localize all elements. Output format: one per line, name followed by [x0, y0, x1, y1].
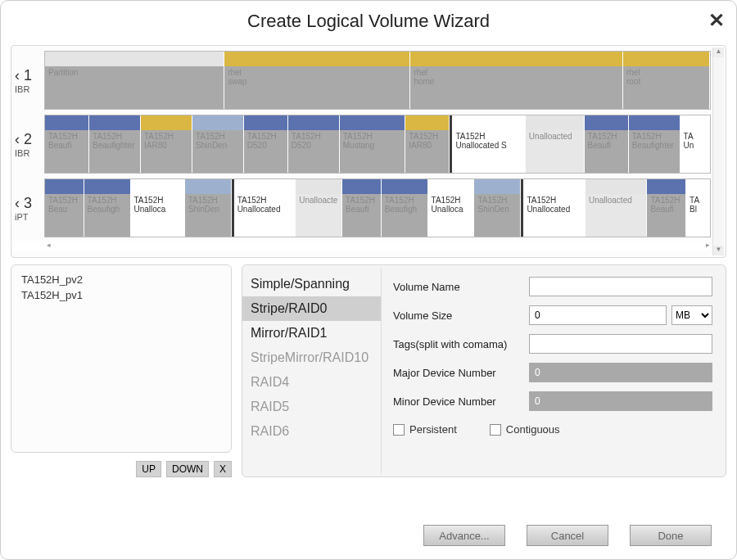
volume-name-label: Volume Name [393, 281, 524, 293]
contiguous-label: Contiguous [506, 423, 560, 436]
major-device-label: Major Device Number [393, 367, 524, 379]
pv-up-button[interactable]: UP [136, 461, 161, 477]
pv-list-item[interactable]: TA152H_pv1 [21, 289, 221, 301]
title-bar: Create Logical Volume Wizard ✕ [1, 1, 736, 42]
disk-segment[interactable]: TA152HUnallocated [523, 179, 586, 237]
disk-segment[interactable]: TA152HD520 [244, 115, 288, 173]
disk-segment[interactable]: TA152HBeaufi [342, 179, 382, 237]
pv-column: TA152H_pv2TA152H_pv1 UP DOWN X [11, 264, 232, 477]
raid-type-item: RAID6 [242, 419, 381, 444]
contiguous-checkbox[interactable] [490, 424, 501, 436]
disk-label: ‹ 3iPT [11, 178, 44, 237]
volume-size-input[interactable] [529, 305, 667, 325]
close-icon[interactable]: ✕ [708, 9, 725, 32]
disk-segment[interactable]: TA152HShinDen [185, 179, 232, 237]
disk-segment[interactable]: rhelswap [224, 52, 410, 109]
disk-segment[interactable]: TA152HIAR80 [405, 115, 450, 173]
disk-row: ‹ 3iPTTA152HBeauTA152HBeaufighTA152HUnal… [11, 178, 711, 237]
pv-down-button[interactable]: DOWN [166, 461, 209, 477]
lower-panel: TA152H_pv2TA152H_pv1 UP DOWN X Simple/Sp… [11, 264, 726, 477]
disk-segment[interactable]: TA152HMustang [340, 115, 406, 173]
config-panel: Simple/SpanningStripe/RAID0Mirror/RAID1S… [242, 264, 726, 477]
persistent-checkbox[interactable] [393, 424, 405, 436]
volume-name-input[interactable] [529, 277, 712, 296]
minor-device-input [529, 391, 712, 411]
pv-list[interactable]: TA152H_pv2TA152H_pv1 [11, 264, 232, 453]
disk-segment[interactable]: TA152HUnallocated [234, 179, 296, 237]
disk-segment[interactable]: rhelhome [410, 52, 623, 109]
minor-device-label: Minor Device Number [393, 395, 524, 408]
cancel-button[interactable]: Cancel [527, 525, 608, 546]
disk-segment[interactable]: Unalloacted [586, 179, 648, 237]
tags-label: Tags(split with comama) [393, 338, 524, 350]
volume-form: Volume Name Volume Size MB Tags(split wi… [382, 269, 717, 473]
disk-label: ‹ 2IBR [11, 115, 44, 174]
pv-buttons: UP DOWN X [11, 461, 232, 477]
disk-segment[interactable]: TA152HBeaufighter [629, 115, 680, 173]
footer-buttons: Advance... Cancel Done [423, 525, 712, 546]
disk-segment[interactable]: TABl [686, 179, 710, 237]
disk-segment[interactable]: Unalloacte [296, 179, 342, 237]
volume-size-label: Volume Size [393, 309, 524, 322]
dialog-title: Create Logical Volume Wizard [247, 11, 490, 32]
disk-segment[interactable]: TA152HBeaufi [647, 179, 686, 237]
disk-bar[interactable]: Partitionrhelswaprhelhomerhelroot [44, 51, 711, 110]
disk-segment[interactable]: TA152HShinDen [474, 179, 521, 237]
disk-segment[interactable]: TA152HBeaufigh [84, 179, 131, 237]
disk-map: ‹ 1IBRPartitionrhelswaprhelhomerhelroot‹… [11, 45, 726, 258]
volume-size-unit-select[interactable]: MB [671, 305, 712, 325]
raid-type-list: Simple/SpanningStripe/RAID0Mirror/RAID1S… [242, 269, 382, 473]
pv-list-item[interactable]: TA152H_pv2 [21, 273, 221, 286]
raid-type-item[interactable]: Simple/Spanning [242, 272, 381, 296]
disk-segment[interactable]: TA152HBeaufi [45, 115, 89, 173]
disk-segment[interactable]: TAUn [680, 115, 710, 173]
disk-segment[interactable]: TA152HBeau [45, 179, 84, 237]
disk-bar[interactable]: TA152HBeauTA152HBeaufighTA152HUnallocaTA… [44, 178, 711, 237]
disk-row: ‹ 2IBRTA152HBeaufiTA152HBeaufighterTA152… [11, 115, 711, 174]
disk-segment[interactable]: TA152HBeaufighter [89, 115, 141, 173]
raid-type-item[interactable]: Mirror/RAID1 [242, 321, 381, 345]
advance-button[interactable]: Advance... [423, 525, 505, 546]
pv-remove-button[interactable]: X [214, 461, 232, 477]
disk-label: ‹ 1IBR [11, 51, 44, 110]
raid-type-item: RAID4 [242, 370, 381, 395]
raid-type-item: RAID5 [242, 395, 381, 419]
disk-segment[interactable]: TA152HUnallocated S [452, 115, 525, 173]
disk-segment[interactable]: Partition [45, 52, 224, 109]
scroll-down-icon[interactable]: ▼ [713, 246, 724, 255]
raid-type-item: StripeMirror/RAID10 [242, 345, 381, 370]
major-device-input [529, 363, 712, 382]
tags-input[interactable] [529, 334, 712, 354]
disk-segment[interactable]: Unalloacted [526, 115, 585, 173]
disk-segment[interactable]: TA152HUnalloca [131, 179, 185, 237]
scroll-up-icon[interactable]: ▲ [713, 47, 724, 57]
raid-type-item[interactable]: Stripe/RAID0 [242, 296, 381, 321]
disk-segment[interactable]: TA152HBeaufigh [382, 179, 428, 237]
persistent-label: Persistent [409, 423, 457, 436]
done-button[interactable]: Done [630, 525, 712, 546]
disk-row: ‹ 1IBRPartitionrhelswaprhelhomerhelroot [11, 51, 711, 110]
vertical-scrollbar[interactable]: ▲ ▼ [712, 47, 724, 255]
wizard-dialog: Create Logical Volume Wizard ✕ ‹ 1IBRPar… [0, 0, 737, 560]
horizontal-scrollbar[interactable]: ◂▸ [12, 241, 710, 251]
disk-bar[interactable]: TA152HBeaufiTA152HBeaufighterTA152HIAR80… [44, 115, 711, 174]
disk-segment[interactable]: TA152HShinDen [192, 115, 244, 173]
disk-segment[interactable]: rhelroot [623, 52, 710, 109]
disk-segment[interactable]: TA152HBeaufi [585, 115, 629, 173]
disk-segment[interactable]: TA152HUnalloca [428, 179, 475, 237]
disk-segment[interactable]: TA152HD520 [288, 115, 340, 173]
disk-segment[interactable]: TA152HIAR80 [141, 115, 192, 173]
